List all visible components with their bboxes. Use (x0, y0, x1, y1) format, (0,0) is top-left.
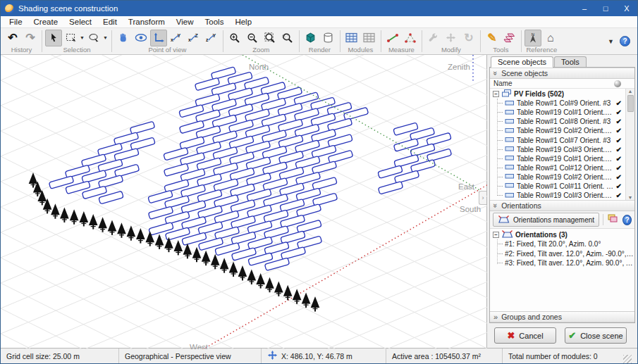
menu-tools[interactable]: Tools (200, 16, 230, 27)
orientation-item[interactable]: #1: Fixed, Tilt 20.0°, Azim. 0.0° (490, 239, 634, 249)
orientations-help-icon[interactable]: ? (622, 215, 632, 225)
tree-object[interactable] (220, 258, 229, 273)
close-button[interactable]: X (616, 1, 637, 16)
tree-object[interactable] (311, 296, 320, 312)
tree-expand-icon[interactable]: − (493, 91, 499, 97)
tree-object[interactable] (229, 262, 238, 277)
tree-root-pv-fields[interactable]: −PV Fields (502) (490, 89, 625, 99)
table-row-item[interactable]: Table Row#1 Col#8 Orient. #3✔ (490, 117, 625, 126)
maximize-button[interactable]: □ (595, 1, 616, 16)
reference-house-icon[interactable]: ⌂ (542, 30, 559, 46)
toolbar-overflow-icon[interactable]: ▼ (602, 38, 620, 45)
orbit-eye-icon[interactable] (133, 30, 149, 46)
tree-object[interactable] (274, 281, 283, 296)
visible-check-icon[interactable]: ✔ (616, 192, 625, 199)
tree-object[interactable] (51, 203, 60, 219)
visible-check-icon[interactable]: ✔ (616, 127, 625, 134)
measure-distance-icon[interactable] (384, 30, 401, 46)
visible-check-icon[interactable]: ✔ (616, 118, 625, 125)
tree-object[interactable] (173, 240, 183, 256)
select-cursor-icon[interactable] (45, 30, 62, 46)
tab-scene-objects[interactable]: Scene objects (491, 56, 553, 68)
scene-objects-header[interactable]: » Scene objects (490, 68, 634, 79)
tree-object[interactable] (293, 289, 302, 304)
pv-table[interactable] (378, 182, 403, 195)
zoom-in-icon[interactable] (226, 30, 243, 46)
close-scene-button[interactable]: ✔ Close scene (565, 327, 627, 344)
pan-hand-icon[interactable] (115, 30, 132, 46)
table-row-item[interactable]: Table Row#19 Col#1 Orient. #2✔ (490, 108, 625, 117)
tree-object[interactable] (127, 225, 136, 241)
visibility-sphere-icon[interactable] (614, 80, 621, 87)
select-lasso-dropdown-icon[interactable]: ▼ (103, 35, 108, 40)
menu-file[interactable]: File (4, 16, 28, 27)
scroll-thumb[interactable] (627, 95, 634, 112)
scroll-up-icon[interactable]: ▲ (628, 89, 633, 94)
toolbar-help-icon[interactable]: ? (620, 36, 630, 46)
visible-check-icon[interactable]: ✔ (616, 182, 625, 190)
tree-object[interactable] (155, 234, 164, 249)
table-row-item[interactable]: Table Row#19 Col#2 Orient. #3✔ (490, 172, 625, 182)
orientations-header[interactable]: » Orientations (490, 200, 634, 211)
tree-object[interactable] (108, 220, 117, 235)
tree-object[interactable] (265, 277, 274, 293)
tree-object[interactable] (247, 269, 257, 284)
orientation-item[interactable]: #2: Fixed, Tilt aver. 12.0°, Azim. -90.0… (490, 249, 634, 259)
table-row-item[interactable]: Table Row#19 Col#3 Orient. #3✔ (490, 191, 625, 200)
groups-zones-header[interactable]: » Groups and zones (490, 311, 634, 322)
undo-icon[interactable]: ↶ (4, 30, 21, 46)
select-rectangle-icon[interactable] (63, 30, 80, 46)
redo-icon[interactable]: ↷ (22, 30, 39, 46)
tree-object[interactable] (202, 251, 211, 266)
tool-zones-icon[interactable] (501, 30, 518, 46)
panel-collapse-button[interactable]: › (479, 191, 486, 205)
scroll-down-icon[interactable]: ▼ (628, 195, 633, 200)
menu-view[interactable]: View (171, 16, 200, 27)
tree-object[interactable] (89, 214, 98, 230)
pv-table[interactable] (130, 121, 154, 134)
zoom-out-icon[interactable] (244, 30, 261, 46)
table-row-item[interactable]: Table Row#1 Col#11 Orient. #2✔ (490, 182, 625, 191)
visible-check-icon[interactable]: ✔ (616, 173, 625, 181)
table-row-item[interactable]: Table Row#19 Col#2 Orient. #2✔ (490, 126, 625, 135)
tree-object[interactable] (136, 228, 145, 244)
reference-north-icon[interactable]: N (524, 30, 541, 46)
tab-tools[interactable]: Tools (554, 56, 587, 68)
cancel-button[interactable]: ✖ Cancel (494, 327, 556, 344)
tree-object[interactable] (256, 273, 265, 289)
3d-scene-canvas[interactable]: NorthZenithEastSouthWest (1, 55, 487, 349)
visible-check-icon[interactable]: ✔ (616, 99, 625, 107)
table-row-item[interactable]: Table Row#1 Col#7 Orient. #3✔ (490, 135, 625, 144)
table-row-item[interactable]: Table Row#19 Col#3 Orient. #2✔ (490, 145, 625, 154)
name-column-header[interactable]: Name (493, 80, 513, 87)
tree-object[interactable] (117, 222, 126, 237)
table-row-item[interactable]: Table Row#19 Col#1 Orient. #3✔ (490, 154, 625, 163)
tool-pencil-icon[interactable]: ✎ (484, 30, 501, 46)
visible-check-icon[interactable]: ✔ (616, 164, 625, 172)
view-xy-icon[interactable]: xY (168, 30, 185, 46)
menu-help[interactable]: Help (229, 16, 257, 27)
minimize-button[interactable]: – (574, 1, 595, 16)
orientation-item[interactable]: #3: Fixed, Tilt aver. 12.0°, Azim. 90.0°… (490, 258, 634, 268)
measure-angle-icon[interactable] (402, 30, 419, 46)
tree-scrollbar[interactable]: ▲ ▼ (625, 89, 634, 200)
view-axes-icon[interactable] (150, 30, 167, 46)
tree-object[interactable] (98, 217, 107, 232)
view-zy-icon[interactable]: zY (203, 30, 220, 46)
menu-select[interactable]: Select (63, 16, 97, 27)
visible-check-icon[interactable]: ✔ (616, 146, 625, 153)
menu-create[interactable]: Create (28, 16, 64, 27)
modify-move-icon[interactable] (443, 30, 460, 46)
orientations-root[interactable]: −Orientations (3) (490, 230, 634, 239)
visible-check-icon[interactable]: ✔ (616, 108, 625, 116)
select-lasso-icon[interactable] (86, 30, 103, 46)
table-row-item[interactable]: Table Row#1 Col#12 Orient. #2✔ (490, 163, 625, 172)
tree-expand-icon[interactable]: − (493, 232, 499, 238)
zoom-all-icon[interactable] (279, 30, 296, 46)
modify-wrench-icon[interactable] (425, 30, 442, 46)
modules-hide-icon[interactable] (361, 30, 378, 46)
modify-rotate-icon[interactable]: ↻ (460, 30, 477, 46)
select-rectangle-dropdown-icon[interactable]: ▼ (80, 35, 85, 40)
menu-edit[interactable]: Edit (97, 16, 123, 27)
table-row-item[interactable]: Table Row#1 Col#9 Orient. #3✔ (490, 99, 625, 108)
